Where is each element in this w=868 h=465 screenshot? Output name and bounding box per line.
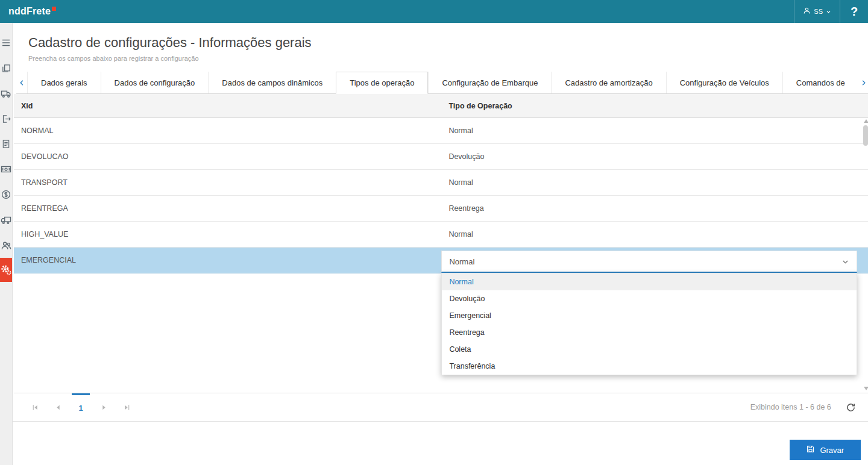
option-reentrega[interactable]: Reentrega — [442, 324, 856, 341]
cell-tipo: Devolução — [441, 152, 868, 161]
user-menu[interactable]: SS — [794, 0, 840, 23]
combobox-options-panel: Normal Devolução Emergencial Reentrega C… — [441, 273, 857, 375]
cell-tipo: Normal — [441, 230, 868, 239]
page-title: Cadastro de configurações - Informações … — [28, 35, 868, 51]
table-row[interactable]: REENTREGA Reentrega — [14, 196, 868, 222]
column-header-xid[interactable]: Xid — [14, 102, 441, 110]
tab-cadastro-de-amortizacao[interactable]: Cadastro de amortização — [551, 72, 665, 93]
tab-dados-gerais[interactable]: Dados gerais — [27, 72, 101, 93]
copy-icon[interactable] — [0, 55, 12, 81]
cell-xid: EMERGENCIAL — [14, 256, 441, 264]
brand-red-square — [52, 7, 56, 11]
table-row[interactable]: NORMAL Normal — [14, 118, 868, 144]
cell-xid: REENTREGA — [14, 204, 441, 213]
main-content: Cadastro de configurações - Informações … — [13, 23, 868, 465]
shipping-truck-icon[interactable] — [0, 207, 12, 232]
cell-xid: DEVOLUCAO — [14, 152, 441, 161]
tab-configuracao-de-veiculos[interactable]: Configuração de Veículos — [666, 72, 782, 93]
cell-xid: NORMAL — [14, 126, 441, 135]
chevron-down-icon[interactable] — [841, 258, 849, 266]
pagination-bar: 1 Exibindo itens 1 - 6 de 6 — [13, 393, 868, 421]
combobox-value: Normal — [449, 257, 474, 266]
cell-tipo-editor: Normal Normal Devolução Emergencial Reen… — [441, 248, 868, 273]
cell-xid: HIGH_VALUE — [14, 230, 441, 239]
user-initials: SS — [814, 8, 823, 15]
sign-out-icon[interactable] — [0, 106, 12, 131]
title-block: Cadastro de configurações - Informações … — [13, 23, 868, 62]
table-row[interactable]: DEVOLUCAO Devolução — [14, 144, 868, 170]
option-emergencial[interactable]: Emergencial — [442, 307, 856, 324]
option-normal[interactable]: Normal — [442, 273, 856, 290]
table-row[interactable]: TRANSPORT Normal — [14, 170, 868, 196]
cell-tipo: Normal — [441, 178, 868, 187]
topbar: nddFrete SS ? — [0, 0, 868, 23]
tipo-operacao-combobox[interactable]: Normal — [441, 251, 857, 273]
refresh-icon[interactable] — [846, 402, 856, 413]
operation-types-table: Xid Tipo de Operação NORMAL Normal DEVOL… — [14, 94, 868, 393]
scrollbar-thumb[interactable] — [863, 125, 868, 146]
option-coleta[interactable]: Coleta — [442, 341, 856, 358]
pagination-status: Exibindo itens 1 - 6 de 6 — [750, 403, 831, 411]
users-icon[interactable] — [0, 232, 12, 258]
cell-xid: TRANSPORT — [14, 178, 441, 187]
table-row[interactable]: HIGH_VALUE Normal — [14, 222, 868, 248]
first-page-icon[interactable] — [26, 393, 44, 421]
brand-logo[interactable]: nddFrete — [0, 6, 56, 17]
footer-bar: Gravar — [13, 421, 868, 465]
table-scrollbar[interactable] — [863, 119, 868, 390]
table-header-row: Xid Tipo de Operação — [14, 94, 868, 118]
tabs-scroll-left-icon[interactable] — [16, 72, 27, 93]
cell-tipo: Reentrega — [441, 204, 868, 213]
tab-configuracao-de-embarque[interactable]: Configuração de Embarque — [428, 72, 551, 93]
tab-tipos-de-operacao[interactable]: Tipos de operação — [336, 72, 428, 94]
save-disk-icon — [806, 445, 815, 455]
chevron-down-icon — [826, 6, 831, 17]
cell-tipo: Normal — [441, 126, 868, 135]
document-icon[interactable] — [0, 131, 12, 157]
tabs-scroll-right-icon[interactable] — [858, 72, 868, 93]
tab-bar: Dados gerais Dados de configuração Dados… — [16, 72, 868, 94]
brand-text: nddFrete — [8, 6, 51, 16]
scroll-up-icon[interactable] — [864, 119, 868, 123]
truck-icon[interactable] — [0, 81, 12, 106]
tab-comandos-de[interactable]: Comandos de — [782, 72, 858, 93]
previous-page-icon[interactable] — [49, 393, 67, 421]
column-header-tipo[interactable]: Tipo de Operação — [441, 102, 868, 110]
option-transferencia[interactable]: Transferência — [442, 358, 856, 375]
sidebar — [0, 23, 13, 465]
save-button-label: Gravar — [820, 446, 844, 455]
settings-gears-icon[interactable] — [0, 258, 12, 282]
save-button[interactable]: Gravar — [790, 440, 861, 460]
option-devolucao[interactable]: Devolução — [442, 290, 856, 307]
currency-exchange-icon[interactable] — [0, 182, 12, 207]
help-button[interactable]: ? — [840, 0, 868, 23]
scroll-down-icon[interactable] — [864, 387, 868, 390]
table-row-selected[interactable]: EMERGENCIAL Normal Normal Devolução Emer… — [14, 248, 868, 273]
last-page-icon[interactable] — [118, 393, 136, 421]
user-icon — [803, 6, 811, 17]
topbar-right: SS ? — [794, 0, 868, 23]
banknote-icon[interactable] — [0, 157, 12, 182]
tab-dados-de-campos-dinamicos[interactable]: Dados de campos dinâmicos — [208, 72, 336, 93]
page-subtitle: Preencha os campos abaixo para registrar… — [28, 55, 868, 62]
page-number-current[interactable]: 1 — [72, 393, 90, 421]
next-page-icon[interactable] — [95, 393, 113, 421]
tab-dados-de-configuracao[interactable]: Dados de configuração — [101, 72, 209, 93]
menu-icon[interactable] — [0, 30, 12, 55]
